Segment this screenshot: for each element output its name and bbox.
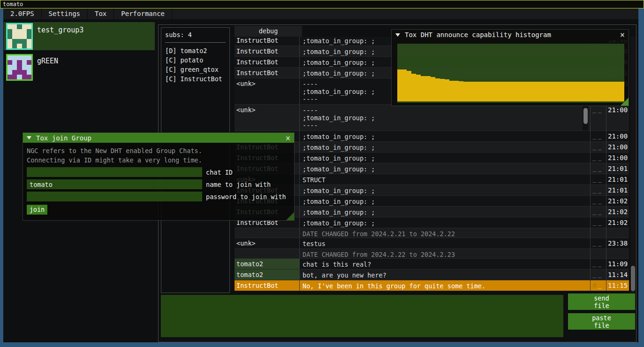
message-line: ---- [303, 122, 590, 129]
collapse-triangle-icon[interactable] [395, 33, 400, 37]
avatar-pixel [8, 39, 12, 44]
avatar-pixel [22, 70, 27, 75]
status-flag: d [592, 282, 598, 289]
message-row[interactable]: <unk>----;tomato_in_group: ;----__21:00 [235, 105, 629, 131]
status-flag: _ [592, 143, 598, 150]
resize-grip-icon[interactable] [621, 98, 629, 106]
histogram-bar [407, 71, 411, 101]
message-scrollbar-thumb[interactable] [583, 108, 588, 124]
histogram-bar [586, 82, 591, 101]
password-to-join-with-input[interactable] [27, 192, 202, 201]
status-flag: _ [598, 132, 604, 139]
histogram-bar [440, 79, 445, 101]
delivery-status: __ [590, 105, 606, 131]
chat-ID-input[interactable] [27, 167, 202, 177]
menu-item-2.0fps[interactable]: 2.0FPS [3, 8, 42, 19]
menu-item-tox[interactable]: Tox [88, 8, 114, 19]
ngc-info-line-1: NGC refers to the New DHT enabled Group … [27, 146, 290, 155]
chat-scrollbar[interactable] [630, 37, 636, 293]
histogram-bar [525, 82, 530, 101]
histogram-bar [539, 82, 544, 101]
avatar-pixel [17, 29, 22, 34]
message-text: chat is this real? [299, 259, 590, 269]
message-line: ;tomato_in_group: ; [303, 114, 590, 122]
resize-grip-icon[interactable] [286, 212, 294, 220]
timestamp: 21:00 [606, 105, 629, 131]
delivery-status: __ [590, 238, 606, 248]
sidebar-item-gREEN[interactable]: gREEN [4, 53, 155, 81]
sidebar-item-test_group3[interactable]: test_group3 [4, 22, 155, 50]
status-flag: _ [598, 239, 604, 247]
histogram-bar [459, 81, 463, 101]
message-text: ;tomato_in_group: ; [299, 142, 590, 152]
message-row[interactable]: <unk>testus__23:38 [235, 238, 629, 249]
histogram-bar [449, 81, 454, 101]
histogram-bar [431, 77, 435, 101]
message-text: ;tomato_in_group: ; [299, 185, 590, 195]
member-tomato2[interactable]: [D] tomato2 [165, 46, 226, 55]
timestamp: 21:02 [606, 196, 629, 206]
join-field-row: password to join with [27, 192, 290, 201]
paste-file-button[interactable]: paste file [568, 313, 635, 330]
member-potato[interactable]: [C] potato [165, 55, 226, 65]
message-text: ;tomato_in_group: ; [299, 131, 590, 141]
close-icon[interactable]: × [620, 31, 625, 38]
message-row[interactable]: tomato2chat is this real?__11:09 [235, 259, 629, 270]
avatar-pixel [12, 75, 17, 79]
avatar-pixel [8, 29, 12, 34]
join-group-titlebar[interactable]: Tox join Group × [23, 133, 294, 143]
status-flag: _ [598, 260, 604, 267]
tab-debug[interactable]: debug [235, 26, 302, 37]
close-icon[interactable]: × [286, 135, 290, 141]
send-file-button[interactable]: send file [568, 293, 635, 310]
status-flag: _ [598, 219, 604, 226]
histogram-bar [544, 82, 548, 101]
message-scrollbar[interactable] [583, 105, 588, 131]
member-InstructBot[interactable]: [C] InstructBot [165, 74, 226, 84]
window-title-bar: tomato [0, 0, 644, 8]
histogram-bar [596, 82, 600, 101]
date-changed-label: DATE CHANGED from 2024.2.21 to 2024.2.22 [303, 230, 590, 238]
delivery-status: __ [590, 142, 606, 152]
field-label: chat ID [206, 169, 233, 176]
status-flag: _ [598, 165, 604, 172]
message-row[interactable]: tomato2bot, are you new here?__11:14 [235, 270, 629, 280]
message-text: ;tomato_in_group: ; [299, 153, 590, 163]
avatar-pixel [12, 44, 17, 48]
timestamp: 21:00 [606, 153, 629, 163]
message-line: ---- [303, 107, 590, 114]
status-flag: _ [598, 154, 604, 161]
join-button[interactable]: join [27, 205, 47, 215]
message-row[interactable]: InstructBotNo, I've been in this group f… [235, 280, 629, 291]
avatar-pixel [8, 44, 12, 48]
histogram-bar [605, 82, 610, 101]
avatar-pixel [22, 34, 27, 39]
menu-item-settings[interactable]: Settings [42, 8, 88, 19]
menu-item-performance[interactable]: Performance [114, 8, 172, 19]
timestamp: 11:14 [606, 270, 629, 280]
histogram-bar [506, 82, 511, 101]
collapse-triangle-icon[interactable] [27, 136, 31, 139]
chat-scrollbar-thumb[interactable] [631, 266, 635, 291]
member-green_qtox[interactable]: [C] green_qtox [165, 65, 226, 74]
dht-capability-histogram-plot[interactable] [397, 44, 624, 103]
status-flag: _ [598, 186, 604, 193]
join-field-row: chat ID [27, 167, 290, 177]
group-identicon [6, 23, 33, 50]
dht-histogram-titlebar[interactable]: Tox DHT announce capability histogram × [392, 30, 629, 40]
app-window: tomato 2.0FPSSettingsToxPerformance test… [0, 0, 644, 347]
timestamp: 21:01 [606, 163, 629, 174]
histogram-bar [425, 76, 430, 101]
message-text: No, I've been in this group for quite so… [299, 280, 590, 291]
status-flag: _ [592, 132, 598, 139]
avatar-pixel [17, 55, 22, 60]
message-line: No, I've been in this group for quite so… [303, 282, 590, 290]
delivery-status: __ [590, 270, 606, 280]
message-text: ;tomato_in_group: ; [299, 163, 590, 174]
name-to-join-with-input[interactable] [27, 179, 202, 189]
join-group-title: Tox join Group [36, 134, 91, 142]
message-text: ;tomato_in_group: ; [299, 217, 590, 228]
avatar-pixel [17, 70, 22, 75]
dht-histogram-window: Tox DHT announce capability histogram × [391, 29, 629, 106]
message-input[interactable] [161, 295, 563, 337]
